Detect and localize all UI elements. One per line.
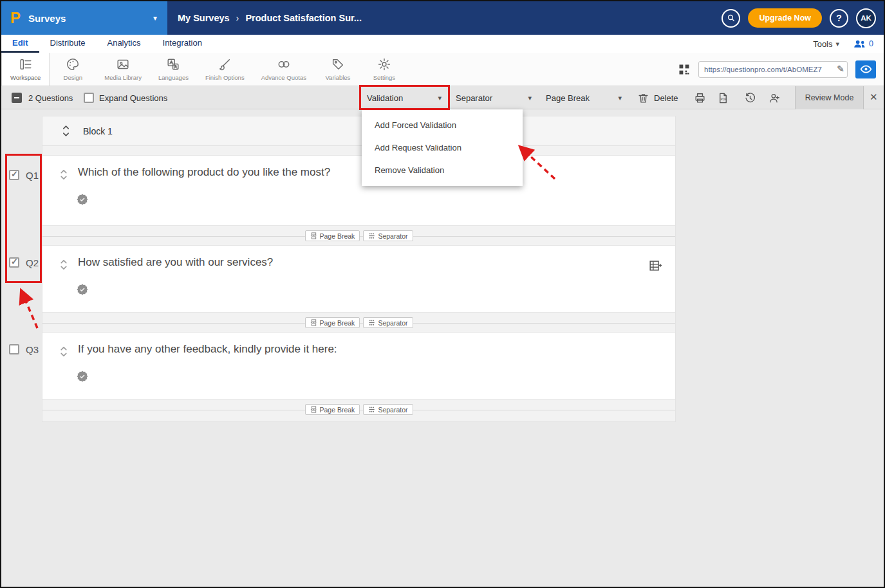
insert-question-icon[interactable] <box>648 259 662 273</box>
expand-questions-checkbox[interactable] <box>84 93 94 103</box>
gear-icon <box>377 57 391 71</box>
close-icon[interactable]: ✕ <box>870 91 878 103</box>
question-card-q1[interactable]: Which of the following product do you li… <box>42 155 675 226</box>
separator-dropdown[interactable]: Separator <box>456 86 532 109</box>
breadcrumb-survey-title[interactable]: Product Satisfaction Sur... <box>245 13 361 23</box>
tab-distribute[interactable]: Distribute <box>39 35 97 53</box>
menu-item-add-request-validation[interactable]: Add Request Validation <box>362 136 523 159</box>
add-page-break-button[interactable]: Page Break <box>305 404 360 415</box>
block-1: Block 1 Which of the following product d… <box>42 116 676 422</box>
add-separator-button[interactable]: Separator <box>363 230 413 241</box>
avatar[interactable]: AK <box>856 8 876 28</box>
add-separator-button[interactable]: Separator <box>363 404 413 415</box>
question-card-q2[interactable]: How satisfied are you with our services? <box>42 245 675 313</box>
selected-count: 2 Questions <box>28 86 73 109</box>
separator-pill-label: Separator <box>378 319 407 327</box>
collaborators[interactable]: 0 <box>853 39 873 48</box>
help-button[interactable]: ? <box>830 9 848 28</box>
insert-row: Page Break Separator <box>42 317 675 328</box>
delete-button[interactable]: Delete <box>637 86 678 109</box>
nav-right: Tools 0 <box>813 35 884 53</box>
tools-menu[interactable]: Tools <box>813 39 839 49</box>
toolbar-item-media-library[interactable]: Media Library <box>96 53 150 86</box>
page-break-pill-label: Page Break <box>320 406 355 414</box>
print-button[interactable] <box>694 86 706 109</box>
history-button[interactable] <box>744 86 756 109</box>
toolbar-label: Variables <box>325 74 350 81</box>
add-separator-button[interactable]: Separator <box>363 317 413 328</box>
toolbar-label: Finish Options <box>205 74 245 81</box>
breadcrumb: My Surveys › Product Satisfaction Sur... <box>178 13 362 23</box>
search-icon[interactable] <box>722 9 740 28</box>
toolbar-item-languages[interactable]: Languages <box>150 53 197 86</box>
page-break-icon <box>310 319 317 326</box>
toolbar-item-design[interactable]: Design <box>50 53 96 86</box>
toolbar-item-variables[interactable]: Variables <box>315 53 361 86</box>
chevron-down-icon <box>618 94 622 102</box>
logic-badge-icon[interactable] <box>76 370 89 383</box>
menu-item-remove-validation[interactable]: Remove Validation <box>362 159 523 181</box>
question-text[interactable]: If you have any other feedback, kindly p… <box>78 343 337 356</box>
add-page-break-button[interactable]: Page Break <box>305 317 360 328</box>
separator-pill-label: Separator <box>378 232 407 240</box>
history-icon <box>744 92 756 104</box>
question-checkbox-q1[interactable] <box>9 170 19 180</box>
toolbar-item-finish-options[interactable]: Finish Options <box>197 53 253 86</box>
people-icon <box>853 39 866 48</box>
printer-icon <box>694 92 706 104</box>
upgrade-now-button[interactable]: Upgrade Now <box>748 8 822 28</box>
question-text[interactable]: Which of the following product do you li… <box>78 166 330 179</box>
tab-edit[interactable]: Edit <box>1 35 39 53</box>
question-text[interactable]: How satisfied are you with our services? <box>78 256 273 269</box>
qr-code-icon[interactable] <box>678 63 691 76</box>
page-break-pill-label: Page Break <box>320 319 355 327</box>
translate-icon <box>166 57 180 71</box>
toolbar-label: Languages <box>158 74 189 81</box>
product-switcher[interactable]: P Surveys <box>1 1 167 35</box>
pagebreak-dropdown[interactable]: Page Break <box>546 86 622 109</box>
question-checkbox-q3[interactable] <box>9 344 19 354</box>
add-page-break-button[interactable]: Page Break <box>305 230 360 241</box>
logic-badge-icon[interactable] <box>76 283 89 296</box>
page-break-icon <box>310 406 317 413</box>
select-all-checkbox[interactable] <box>12 93 22 103</box>
drag-handle-icon[interactable] <box>60 345 68 360</box>
validation-dropdown[interactable]: Validation <box>367 86 442 109</box>
menu-item-add-forced-validation[interactable]: Add Forced Validation <box>362 114 523 136</box>
drag-handle-icon[interactable] <box>60 259 68 273</box>
add-collaborator-button[interactable] <box>769 86 781 109</box>
toolbar-item-settings[interactable]: Settings <box>361 53 407 86</box>
toolbar-label: Design <box>64 74 83 81</box>
pagebreak-label: Page Break <box>546 93 590 103</box>
validation-menu: Add Forced Validation Add Request Valida… <box>362 109 523 186</box>
toolbar-item-workspace[interactable]: Workspace <box>1 53 50 86</box>
toolbar-label: Settings <box>373 74 395 81</box>
edit-url-icon[interactable]: ✎ <box>837 64 844 74</box>
breadcrumb-my-surveys[interactable]: My Surveys <box>178 13 230 23</box>
app-window: P Surveys My Surveys › Product Satisfact… <box>0 0 885 588</box>
links-icon <box>277 57 291 71</box>
image-icon <box>116 57 130 71</box>
preview-button[interactable] <box>855 60 876 78</box>
toolbar-item-advance-quotas[interactable]: Advance Quotas <box>253 53 315 86</box>
selected-count-label: 2 Questions <box>28 93 73 103</box>
question-number-q1: Q1 <box>26 170 39 181</box>
review-mode-toggle[interactable]: Review Mode <box>795 86 864 109</box>
question-card-q3[interactable]: If you have any other feedback, kindly p… <box>42 332 675 400</box>
pdf-icon: PDF <box>717 92 729 104</box>
pdf-export-button[interactable]: PDF <box>717 86 729 109</box>
trash-icon <box>637 92 649 104</box>
product-name: Surveys <box>28 13 66 24</box>
separator-pill-label: Separator <box>378 406 407 414</box>
collapse-block-icon[interactable] <box>62 125 70 137</box>
brush-icon <box>218 57 232 71</box>
survey-url-input[interactable] <box>698 61 848 78</box>
drag-handle-icon[interactable] <box>60 169 68 183</box>
question-checkbox-q2[interactable] <box>9 257 19 268</box>
palette-icon <box>66 57 80 71</box>
tab-integration[interactable]: Integration <box>152 35 213 53</box>
expand-questions <box>84 86 94 109</box>
logic-badge-icon[interactable] <box>76 193 89 206</box>
tab-analytics[interactable]: Analytics <box>96 35 151 53</box>
separator-icon <box>368 232 375 239</box>
